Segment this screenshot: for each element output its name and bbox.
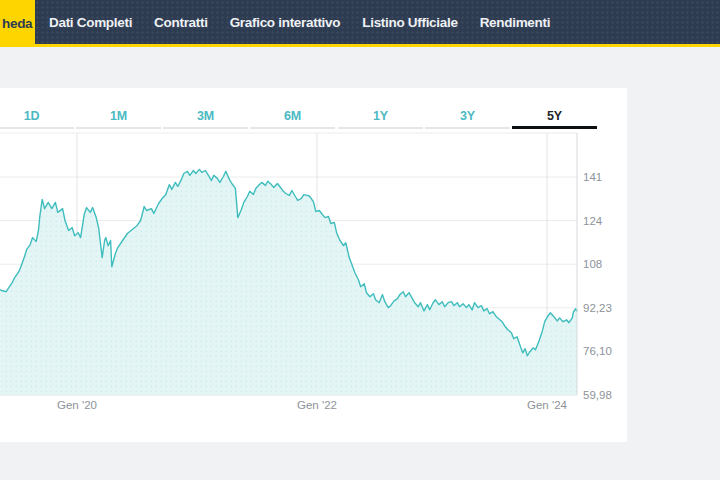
price-chart[interactable]: 14112410892,2376,1059,98Gen '20Gen '22Ge…: [0, 130, 627, 425]
accent-stripe: [0, 44, 720, 47]
nav-item-listino-ufficiale[interactable]: Listino Ufficiale: [362, 15, 457, 30]
svg-text:124: 124: [583, 215, 603, 227]
nav-item-contratti[interactable]: Contratti: [154, 15, 208, 30]
svg-text:76,10: 76,10: [583, 345, 612, 357]
svg-text:Gen '20: Gen '20: [57, 399, 97, 411]
nav-tab-scheda-label: heda: [2, 16, 32, 31]
svg-text:Gen '22: Gen '22: [297, 399, 337, 411]
period-tab-3m[interactable]: 3M: [163, 101, 248, 129]
svg-text:108: 108: [583, 258, 602, 270]
nav-tab-scheda[interactable]: heda: [0, 0, 35, 47]
period-tab-1d[interactable]: 1D: [0, 101, 74, 129]
period-tab-1m[interactable]: 1M: [76, 101, 161, 129]
nav-item-dati-completi[interactable]: Dati Completi: [49, 15, 132, 30]
svg-text:141: 141: [583, 171, 602, 183]
period-tab-6m[interactable]: 6M: [250, 101, 335, 129]
period-tab-1y[interactable]: 1Y: [338, 101, 423, 129]
nav-item-grafico-interattivo[interactable]: Grafico interattivo: [230, 15, 341, 30]
svg-text:92,23: 92,23: [583, 302, 612, 314]
period-tab-5y[interactable]: 5Y: [512, 101, 597, 129]
nav-menu: Dati Completi Contratti Grafico interatt…: [49, 0, 550, 44]
top-navbar: heda Dati Completi Contratti Grafico int…: [0, 0, 720, 44]
nav-item-rendimenti[interactable]: Rendimenti: [480, 15, 551, 30]
svg-text:Gen '24: Gen '24: [527, 399, 568, 411]
period-tab-3y[interactable]: 3Y: [425, 101, 510, 129]
svg-text:59,98: 59,98: [583, 389, 612, 401]
